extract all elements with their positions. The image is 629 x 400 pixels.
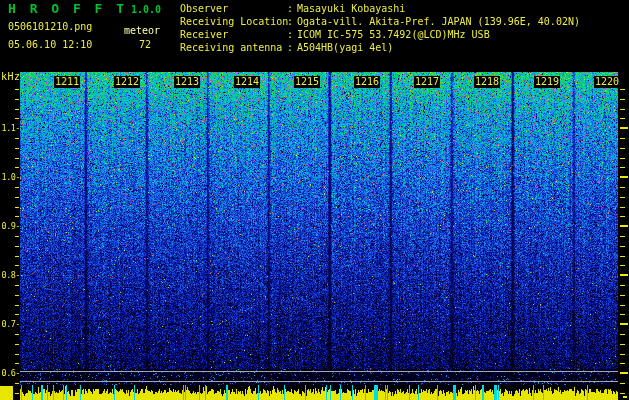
time-label: 1219: [534, 76, 560, 88]
time-label: 1214: [234, 76, 260, 88]
capture-filename: 0506101210.png: [8, 21, 92, 32]
station-row-receiver: Receiver:ICOM IC-575 53.7492(@LCD)MHz US…: [180, 28, 580, 41]
freq-tick-label: 0.8-: [0, 270, 20, 280]
freq-tick-label: 0.7-: [0, 319, 20, 329]
station-row-label: Receiving antenna: [180, 41, 287, 54]
station-row-value: ICOM IC-575 53.7492(@LCD)MHz USB: [297, 29, 490, 40]
time-label: 1213: [174, 76, 200, 88]
station-row-label: Receiver: [180, 28, 287, 41]
time-label: 1211: [54, 76, 80, 88]
station-row-separator: :: [287, 15, 297, 28]
spectrogram-canvas: [0, 0, 629, 400]
capture-datetime: 05.06.10 12:10: [8, 39, 92, 50]
station-row-separator: :: [287, 2, 297, 15]
time-label: 1218: [474, 76, 500, 88]
echo-count: 72: [139, 39, 151, 50]
station-row-value: Masayuki Kobayashi: [297, 3, 405, 14]
app-version: 1.0.0: [131, 4, 161, 15]
y-axis-unit-label: kHz: [1, 71, 21, 82]
freq-tick-label: 0.6-: [0, 368, 20, 378]
station-row-observer: Observer:Masayuki Kobayashi: [180, 2, 580, 15]
time-label: 1216: [354, 76, 380, 88]
station-info: Observer:Masayuki Kobayashi Receiving Lo…: [180, 2, 580, 54]
station-row-separator: :: [287, 28, 297, 41]
time-label: 1215: [294, 76, 320, 88]
station-row-value: Ogata-vill. Akita-Pref. JAPAN (139.96E, …: [297, 16, 580, 27]
hrofft-window: H R O F F T 1.0.0 0506101210.png meteor …: [0, 0, 629, 400]
station-row-label: Receiving Location: [180, 15, 287, 28]
station-row-value: A504HB(yagi 4el): [297, 42, 393, 53]
station-row-location: Receiving Location:Ogata-vill. Akita-Pre…: [180, 15, 580, 28]
freq-tick-label: 0.9-: [0, 221, 20, 231]
station-row-separator: :: [287, 41, 297, 54]
app-title: H R O F F T: [8, 2, 127, 16]
freq-tick-label: 1.1-: [0, 123, 20, 133]
station-row-label: Observer: [180, 2, 287, 15]
time-label: 1217: [414, 76, 440, 88]
time-label: 1212: [114, 76, 140, 88]
station-row-antenna: Receiving antenna:A504HB(yagi 4el): [180, 41, 580, 54]
capture-mode-label: meteor: [124, 25, 160, 36]
time-label: 1220: [594, 76, 620, 88]
freq-tick-label: 1.0-: [0, 172, 20, 182]
